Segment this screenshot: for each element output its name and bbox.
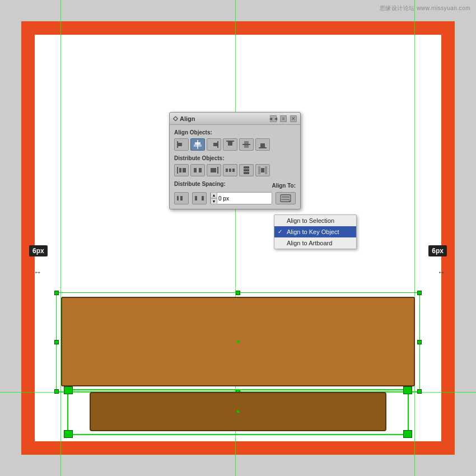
svg-rect-19 <box>211 168 214 172</box>
panel-title-text: Align <box>180 115 195 122</box>
align-left-icon[interactable] <box>174 138 189 151</box>
align-top-icon[interactable] <box>223 138 237 151</box>
dist-spacing-equal-icon[interactable] <box>174 192 189 204</box>
svg-rect-22 <box>229 169 231 172</box>
svg-rect-6 <box>213 143 217 146</box>
svg-rect-27 <box>258 166 260 174</box>
panel-titlebar: ◇ Align ◄◄ ≡ ✕ <box>170 113 300 125</box>
svg-rect-32 <box>195 196 197 200</box>
svg-rect-10 <box>244 141 249 148</box>
svg-rect-30 <box>177 196 179 200</box>
align-bottom-icon[interactable] <box>255 138 270 151</box>
align-right-icon[interactable] <box>207 138 221 151</box>
align-objects-row <box>174 138 296 151</box>
canvas-area: 思缘设计论坛 www.missyuan.com 6px 6px ↔ ↔ <box>0 0 476 476</box>
panel-body: Align Objects: <box>170 125 300 209</box>
svg-rect-7 <box>226 141 234 142</box>
svg-rect-35 <box>282 196 290 198</box>
align-center-v-icon[interactable] <box>239 138 254 151</box>
brown-rect-main <box>61 297 415 386</box>
svg-rect-4 <box>194 144 202 147</box>
dist-spacing-v-icon[interactable] <box>239 164 254 176</box>
spinner-down-btn[interactable]: ▼ <box>211 198 217 204</box>
panel-collapse-btn[interactable]: ◄◄ <box>270 115 277 122</box>
dropdown-item-artboard-label: Align to Artboard <box>287 240 332 246</box>
bottom-controls-row: ▲ ▼ <box>174 192 296 204</box>
svg-rect-24 <box>244 166 249 169</box>
svg-rect-18 <box>217 167 218 174</box>
dist-right-icon[interactable] <box>207 164 221 176</box>
dist-left-icon[interactable] <box>174 164 189 176</box>
checkmark-key-object: ✓ <box>278 228 282 235</box>
dropdown-item-selection-label: Align to Selection <box>287 217 334 224</box>
svg-rect-31 <box>180 196 183 200</box>
spacing-input-wrapper: ▲ ▼ <box>210 192 272 204</box>
spinner-up-area: ▲ ▼ <box>211 192 217 204</box>
svg-rect-34 <box>281 195 291 202</box>
center-dot-main <box>237 340 240 343</box>
align-objects-label: Align Objects: <box>174 129 296 136</box>
center-dot-bottom <box>237 410 240 413</box>
dist-spacing-both-icon[interactable] <box>255 164 270 176</box>
svg-rect-14 <box>179 168 181 172</box>
arrow-left-icon: ↔ <box>34 268 41 277</box>
svg-rect-36 <box>282 199 290 200</box>
distribute-spacing-label: Distribute Spacing: <box>174 181 226 187</box>
dist-spacing-auto-icon[interactable] <box>192 192 207 204</box>
svg-rect-12 <box>260 143 265 147</box>
panel-menu-btn[interactable]: ≡ <box>280 115 287 122</box>
dist-spacing-h-icon[interactable] <box>223 164 237 176</box>
svg-rect-26 <box>244 172 249 174</box>
svg-rect-8 <box>228 142 232 146</box>
align-to-label: Align To: <box>272 183 296 189</box>
align-center-h-icon[interactable] <box>190 138 205 151</box>
label-6px-left: 6px <box>29 245 48 256</box>
align-to-dropdown-menu: Align to Selection ✓ Align to Key Object… <box>274 214 357 249</box>
brown-rect-bottom <box>90 392 386 431</box>
svg-rect-3 <box>195 142 200 144</box>
dropdown-item-artboard[interactable]: Align to Artboard <box>274 237 356 249</box>
distribute-objects-row <box>174 164 296 176</box>
svg-rect-21 <box>226 169 228 172</box>
svg-rect-1 <box>178 143 182 146</box>
arrow-right-icon: ↔ <box>437 268 445 277</box>
artboard <box>21 21 455 455</box>
dropdown-item-key-object[interactable]: ✓ Align to Key Object <box>274 226 356 237</box>
dropdown-item-selection[interactable]: Align to Selection <box>274 215 356 226</box>
svg-rect-33 <box>202 196 204 200</box>
svg-rect-13 <box>177 167 178 174</box>
dropdown-item-key-object-label: Align to Key Object <box>287 228 339 235</box>
svg-rect-20 <box>214 168 216 172</box>
svg-rect-17 <box>199 168 202 172</box>
label-6px-right: 6px <box>428 245 447 256</box>
watermark: 思缘设计论坛 www.missyuan.com <box>380 4 470 12</box>
svg-rect-25 <box>244 169 249 171</box>
panel-title: ◇ Align <box>173 115 195 122</box>
spacing-input[interactable] <box>217 195 240 202</box>
panel-title-icon: ◇ <box>173 115 178 122</box>
svg-rect-29 <box>261 168 264 172</box>
panel-close-btn[interactable]: ✕ <box>290 115 297 122</box>
guide-vertical-1 <box>60 0 61 476</box>
align-to-dropdown-btn[interactable] <box>276 192 296 204</box>
svg-rect-11 <box>259 147 267 148</box>
guide-vertical-3 <box>414 0 415 476</box>
align-panel: ◇ Align ◄◄ ≡ ✕ Align Objects: <box>169 112 301 209</box>
svg-rect-0 <box>177 141 178 148</box>
distribute-objects-label: Distribute Objects: <box>174 155 296 161</box>
svg-rect-16 <box>194 168 197 172</box>
svg-rect-28 <box>265 166 267 174</box>
svg-rect-23 <box>232 169 235 172</box>
panel-controls: ◄◄ ≡ ✕ <box>270 115 297 122</box>
svg-rect-5 <box>217 141 218 148</box>
svg-rect-15 <box>183 168 186 172</box>
dist-center-h-icon[interactable] <box>190 164 205 176</box>
spinner-up-btn[interactable]: ▲ <box>211 192 217 198</box>
